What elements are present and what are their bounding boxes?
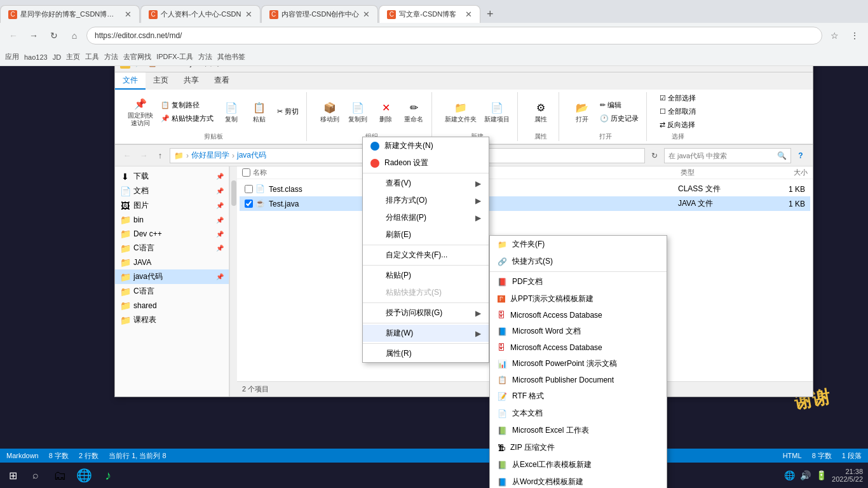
ribbon-btn-props[interactable]: ⚙ 属性 — [528, 99, 553, 125]
breadcrumb-parent[interactable]: 你好星同学 — [191, 150, 229, 161]
ctx-new-excel-template[interactable]: 📗 从Excel工作表模板新建 — [490, 456, 667, 473]
file-checkbox-2[interactable] — [245, 200, 253, 208]
ctx-new-publisher[interactable]: 📋 Microsoft Publisher Document — [490, 372, 667, 388]
search-taskbar-button[interactable]: ⌕ — [25, 465, 46, 485]
ctx-paste[interactable]: 粘贴(P) — [363, 267, 489, 284]
search-input[interactable] — [668, 152, 777, 159]
taskbar-files[interactable]: 🗂 — [48, 464, 71, 487]
ribbon-btn-newitem[interactable]: 📄 新建项目 — [482, 99, 512, 125]
bookmark-method2[interactable]: 方法 — [198, 52, 212, 62]
nav-back[interactable]: ← — [120, 149, 134, 163]
start-button[interactable]: ⊞ — [0, 463, 25, 488]
sidebar-item-download[interactable]: ⬇ 下载 📌 — [115, 169, 229, 184]
select-all-checkbox[interactable] — [242, 168, 250, 177]
bookmark-tools[interactable]: 工具 — [85, 52, 99, 62]
reload-button[interactable]: ↻ — [46, 27, 62, 44]
forward-button[interactable]: → — [25, 27, 42, 44]
ribbon-tab-file[interactable]: 文件 — [115, 72, 146, 90]
nav-up[interactable]: ↑ — [153, 149, 167, 163]
refresh-button[interactable]: ↻ — [648, 149, 661, 163]
bookmark-method[interactable]: 方法 — [104, 52, 118, 62]
ctx-customize[interactable]: 自定义文件夹(F)... — [363, 247, 489, 264]
ribbon-tab-view[interactable]: 查看 — [207, 72, 237, 90]
help-button[interactable]: ? — [794, 149, 808, 163]
ctx-new-zip[interactable]: 🗜 ZIP 压缩文件 — [490, 439, 667, 456]
ctx-new-pdf[interactable]: 📕 PDF文档 — [490, 273, 667, 290]
ctx-new-folder[interactable]: 新建文件夹(N) — [363, 137, 489, 154]
file-checkbox-1[interactable] — [245, 185, 253, 193]
bookmark-hao123[interactable]: hao123 — [24, 53, 48, 61]
taskbar-music[interactable]: ♪ — [97, 464, 119, 487]
browser-tab-3[interactable]: C 内容管理-CSDN创作中心 ✕ — [261, 5, 379, 23]
ribbon-btn-open[interactable]: 📂 打开 — [569, 99, 595, 125]
breadcrumb-current[interactable]: java代码 — [237, 150, 266, 161]
sidebar-item-devcpp[interactable]: 📁 Dev c++ 📌 — [115, 227, 229, 241]
new-tab-button[interactable]: + — [481, 5, 499, 23]
ctx-new-excel[interactable]: 📗 Microsoft Excel 工作表 — [490, 422, 667, 439]
ribbon-btn-pin[interactable]: 📌 固定到快速访问 — [125, 95, 156, 128]
ctx-new-ppt-template[interactable]: 🅿 从PPT演示文稿模板新建 — [490, 290, 667, 308]
ctx-new-shortcut[interactable]: 🔗 快捷方式(S) — [490, 253, 667, 270]
bookmark-button[interactable]: ☆ — [826, 27, 843, 44]
ctx-new-access2[interactable]: 🗄 Microsoft Access Database — [490, 340, 667, 355]
ribbon-btn-delete[interactable]: ✕ 删除 — [373, 99, 398, 125]
breadcrumb-root[interactable]: 📁 — [174, 151, 184, 160]
ctx-sort[interactable]: 排序方式(O) ▶ — [363, 192, 489, 209]
settings-button[interactable]: ⋮ — [846, 27, 863, 44]
ctx-new-ppt[interactable]: 📊 Microsoft PowerPoint 演示文稿 — [490, 355, 667, 372]
ctx-new-txt[interactable]: 📄 文本文档 — [490, 405, 667, 422]
ctx-radeon[interactable]: Radeon 设置 — [363, 154, 489, 172]
ribbon-btn-invertsel[interactable]: ⇄ 反向选择 — [657, 119, 698, 131]
bookmark-ipdex[interactable]: IPDFX-工具 — [156, 52, 193, 62]
ctx-new-word[interactable]: 📘 Microsoft Word 文档 — [490, 323, 667, 340]
sidebar-scrollbar[interactable] — [229, 166, 237, 396]
bookmark-apps[interactable]: 应用 — [5, 52, 19, 62]
ctx-group[interactable]: 分组依据(P) ▶ — [363, 209, 489, 226]
ctx-properties[interactable]: 属性(R) — [363, 345, 489, 362]
ctx-new-access[interactable]: 🗄 Microsoft Access Database — [490, 308, 667, 323]
address-bar-input[interactable] — [86, 27, 822, 44]
network-icon[interactable]: 🌐 — [784, 470, 795, 480]
ribbon-btn-edit[interactable]: ✏ 编辑 — [597, 99, 641, 111]
ribbon-tab-share[interactable]: 共享 — [176, 72, 207, 90]
ribbon-btn-copyto[interactable]: 📄 复制到 — [345, 99, 370, 125]
ribbon-btn-newfolder[interactable]: 📁 新建文件夹 — [442, 99, 479, 125]
volume-icon[interactable]: 🔊 — [800, 470, 811, 480]
ctx-access[interactable]: 授予访问权限(G) ▶ — [363, 304, 489, 322]
ribbon-btn-copy-path[interactable]: 📋 复制路径 — [158, 99, 216, 111]
ribbon-btn-history[interactable]: 🕐 历史记录 — [597, 112, 641, 125]
sidebar-item-docs[interactable]: 📄 文档 📌 — [115, 184, 229, 198]
ctx-new-folder-sub[interactable]: 📁 文件夹(F) — [490, 236, 667, 253]
ribbon-btn-moveto[interactable]: 📦 移动到 — [317, 99, 342, 125]
sidebar-item-shared[interactable]: 📁 shared — [115, 299, 229, 313]
ribbon-btn-deselectall[interactable]: ☐ 全部取消 — [657, 105, 698, 118]
bookmark-other[interactable]: 其他书签 — [217, 52, 245, 62]
ribbon-btn-paste-shortcut[interactable]: 📌 粘贴快捷方式 — [158, 112, 216, 125]
tab-1-close[interactable]: ✕ — [125, 10, 132, 19]
tab-3-close[interactable]: ✕ — [363, 10, 370, 19]
table-row[interactable]: ☕ Test.java JAVA 文件 1 KB — [240, 196, 810, 211]
ribbon-btn-paste[interactable]: 📋 粘贴 — [247, 99, 272, 125]
nav-forward[interactable]: → — [137, 149, 151, 163]
tab-2-close[interactable]: ✕ — [245, 10, 252, 19]
home-button[interactable]: ⌂ — [66, 27, 83, 44]
ribbon-tab-home[interactable]: 主页 — [146, 72, 176, 90]
ctx-refresh[interactable]: 刷新(E) — [363, 226, 489, 243]
back-button[interactable]: ← — [5, 27, 22, 44]
bookmark-find[interactable]: 去官网找 — [123, 52, 151, 62]
ctx-new-word-template[interactable]: 📘 从Word文档模板新建 — [490, 473, 667, 488]
sidebar-item-java[interactable]: 📁 JAVA — [115, 255, 229, 269]
ribbon-btn-cut[interactable]: ✂ 剪切 — [275, 105, 301, 118]
ctx-paste-shortcut[interactable]: 粘贴快捷方式(S) — [363, 284, 489, 301]
ctx-view[interactable]: 查看(V) ▶ — [363, 175, 489, 192]
ribbon-btn-selectall[interactable]: ☑ 全部选择 — [657, 92, 698, 104]
sidebar-item-clang[interactable]: 📁 C语言 📌 — [115, 241, 229, 255]
table-row[interactable]: 📄 Test.class CLASS 文件 1 KB — [240, 182, 810, 196]
sidebar-item-clang2[interactable]: 📁 C语言 — [115, 284, 229, 299]
bookmark-home[interactable]: 主页 — [66, 52, 80, 62]
browser-tab-1[interactable]: C 星同学你好的博客_CSDN博客-C... ✕ — [0, 5, 140, 23]
taskbar-chrome[interactable]: 🌐 — [72, 464, 95, 487]
tab-4-close[interactable]: ✕ — [465, 10, 472, 19]
ctx-new-rtf[interactable]: 📝 RTF 格式 — [490, 388, 667, 405]
sidebar-item-bin[interactable]: 📁 bin 📌 — [115, 213, 229, 227]
